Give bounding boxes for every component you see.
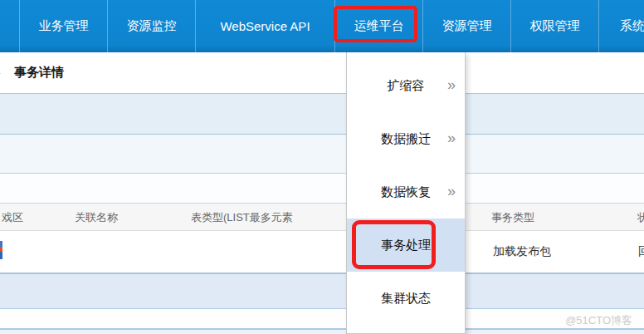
nav-item-business-mgmt[interactable]: 业务管理 [19, 0, 107, 52]
lower-band [0, 274, 644, 309]
menu-item-data-migration[interactable]: 数据搬迁 » [347, 112, 465, 165]
menu-item-label: 集群状态 [381, 291, 431, 307]
ops-platform-dropdown: 扩缩容 » 数据搬迁 » 数据恢复 » 事务处理 集群状态 [346, 52, 466, 334]
col-header-relation-name: 关联名称 [75, 210, 118, 225]
breadcrumb: ▸ 事务详情 [0, 52, 644, 94]
nav-item-system-mgmt[interactable]: 系统管理 [598, 0, 644, 52]
top-navbar: 业务管理 资源监控 WebService API 运维平台 资源管理 权限管理 … [0, 0, 644, 52]
nav-item-webservice-api[interactable]: WebService API [195, 0, 334, 52]
cell-transaction-type: 加载发布包 [493, 244, 551, 259]
table-header-row: 戏区 关联名称 表类型(LIST最多元素 事务类型 状态 [0, 204, 644, 231]
page-title: 事务详情 [14, 65, 64, 81]
menu-item-label: 数据搬迁 [381, 131, 431, 147]
nav-item-resource-monitor[interactable]: 资源监控 [107, 0, 195, 52]
bottom-strip [0, 329, 644, 334]
menu-item-label: 扩缩容 [388, 78, 425, 94]
col-header-transaction-type: 事务类型 [491, 210, 534, 225]
nav-item-permission-mgmt[interactable]: 权限管理 [510, 0, 598, 52]
nav-item-ops-platform[interactable]: 运维平台 [334, 0, 422, 52]
submenu-chevron-icon: » [447, 130, 456, 145]
watermark: @51CTO博客 [565, 313, 632, 328]
nav-item-resource-mgmt[interactable]: 资源管理 [422, 0, 510, 52]
screen: 业务管理 资源监控 WebService API 运维平台 资源管理 权限管理 … [0, 0, 644, 334]
menu-item-data-recovery[interactable]: 数据恢复 » [347, 165, 465, 219]
footer-band [0, 309, 644, 329]
navbar-left-spacer [0, 0, 19, 52]
col-header-table-type: 表类型(LIST最多元素 [191, 210, 293, 225]
menu-item-cluster-status[interactable]: 集群状态 [347, 272, 465, 325]
menu-item-label: 事务处理 [381, 238, 431, 253]
cell-status-partial: 回 [638, 244, 644, 259]
row-clipped-icon[interactable] [0, 241, 2, 259]
col-header-game-zone: 戏区 [2, 210, 23, 225]
toolbar-band [0, 94, 644, 135]
submenu-chevron-icon: » [447, 77, 456, 92]
submenu-chevron-icon: » [447, 184, 456, 199]
filter-band [0, 135, 644, 174]
menu-item-transaction-processing[interactable]: 事务处理 [347, 219, 465, 272]
menu-item-scale[interactable]: 扩缩容 » [347, 59, 465, 112]
col-header-status: 状态 [637, 210, 644, 225]
breadcrumb-arrow-icon: ▸ [0, 67, 7, 78]
menu-item-label: 数据恢复 [381, 184, 431, 200]
content-band [0, 174, 644, 204]
table-row: 加载发布包 回 [0, 231, 644, 274]
